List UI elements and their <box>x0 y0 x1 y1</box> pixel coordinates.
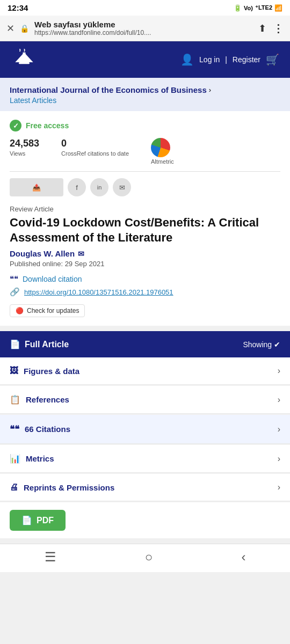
svg-rect-2 <box>23 53 26 62</box>
bottom-home-button[interactable]: ○ <box>145 550 153 565</box>
svg-rect-0 <box>19 62 30 64</box>
metrics-label: 📊 Metrics <box>10 453 54 464</box>
doi-icon: 🔗 <box>10 287 20 297</box>
page-loading-title: Web sayfası yükleme <box>34 20 253 29</box>
download-citation-link[interactable]: ❝❝ Download citation <box>10 274 280 284</box>
pdf-button[interactable]: 📄 PDF <box>10 510 66 531</box>
full-article-header[interactable]: 📄 Full Article Showing ✔ <box>0 331 290 357</box>
bottom-nav: ☰ ○ ‹ <box>0 544 290 572</box>
address-bar[interactable]: Web sayfası yükleme https://www.tandfonl… <box>34 20 253 36</box>
full-article-label: 📄 Full Article <box>10 339 69 349</box>
pdf-section: 📄 PDF <box>0 502 290 538</box>
citations-chevron: › <box>278 425 280 434</box>
citations-label: CrossRef citations to date <box>61 150 129 157</box>
journal-band: International Journal of the Economics o… <box>0 78 290 111</box>
article-type: Review Article <box>10 205 280 213</box>
free-access-check-icon: ✓ <box>10 120 21 131</box>
browser-bar: ✕ 🔒 Web sayfası yükleme https://www.tand… <box>0 16 290 41</box>
views-metric: 24,583 Views <box>10 138 50 157</box>
register-link[interactable]: Register <box>233 55 260 64</box>
doi-link-row[interactable]: 🔗 https://doi.org/10.1080/13571516.2021.… <box>10 287 280 297</box>
full-article-showing: Showing ✔ <box>243 340 280 349</box>
reprints-icon: 🖨 <box>10 482 18 492</box>
status-bar: 12:34 🔋 Vo) ⁺LTE2 📶 <box>0 0 290 16</box>
free-access-label: Free access <box>26 121 69 130</box>
site-header-actions: 👤 Log in | Register 🛒 <box>180 53 279 66</box>
author-name: Douglas W. Allen <box>10 249 75 258</box>
bottom-menu-button[interactable]: ☰ <box>45 550 56 565</box>
citations-text: 66 Citations <box>25 425 70 434</box>
vol-icon: Vo) <box>244 5 253 11</box>
share-button-4[interactable]: ✉ <box>113 178 131 196</box>
bottom-back-button[interactable]: ‹ <box>241 550 245 565</box>
figures-chevron: › <box>278 366 280 376</box>
figures-icon: 🖼 <box>10 366 18 376</box>
journal-name[interactable]: International Journal of the Economics o… <box>10 85 207 94</box>
figures-data-label: 🖼 Figures & data <box>10 366 79 376</box>
status-time: 12:34 <box>8 3 28 12</box>
check-updates-button[interactable]: 🔴 Check for updates <box>10 304 85 317</box>
citations-icon: ❝❝ <box>10 423 19 435</box>
site-logo <box>11 49 38 70</box>
figures-data-section[interactable]: 🖼 Figures & data › <box>0 357 290 385</box>
share-button-1[interactable]: 📤 <box>10 178 63 196</box>
altmetric-donut-chart <box>151 138 170 157</box>
download-citation-label[interactable]: Download citation <box>23 275 82 283</box>
share-buttons-row: 📤 f in ✉ <box>10 178 280 196</box>
metrics-section[interactable]: 📊 Metrics › <box>0 445 290 473</box>
login-link[interactable]: Log in <box>199 55 220 64</box>
article-published-date: Published online: 29 Sep 2021 <box>10 260 280 268</box>
citations-section[interactable]: ❝❝ 66 Citations › <box>0 415 290 444</box>
figures-data-text: Figures & data <box>24 367 79 376</box>
views-value: 24,583 <box>10 138 39 149</box>
article-author: Douglas W. Allen ✉ <box>10 249 280 258</box>
references-chevron: › <box>278 395 280 405</box>
citations-value: 0 <box>61 138 129 149</box>
share-button-3[interactable]: in <box>90 178 108 196</box>
check-updates-label: Check for updates <box>27 307 79 314</box>
metrics-row: 24,583 Views 0 CrossRef citations to dat… <box>10 138 280 172</box>
reprints-text: Reprints & Permissions <box>24 483 114 492</box>
pdf-icon: 📄 <box>21 515 32 525</box>
citations-metric: 0 CrossRef citations to date <box>61 138 140 157</box>
url-display: https://www.tandfonline.com/doi/full/10.… <box>34 29 253 36</box>
sections-container: 📄 Full Article Showing ✔ 🖼 Figures & dat… <box>0 331 290 538</box>
references-text: References <box>26 395 69 404</box>
references-label: 📋 References <box>10 394 69 405</box>
journal-arrow: › <box>209 86 211 94</box>
reprints-section[interactable]: 🖨 Reprints & Permissions › <box>0 474 290 501</box>
cart-icon[interactable]: 🛒 <box>266 53 279 66</box>
views-label: Views <box>10 150 39 157</box>
citation-icon: ❝❝ <box>10 274 18 284</box>
article-links: ❝❝ Download citation 🔗 https://doi.org/1… <box>10 274 280 297</box>
full-article-icon: 📄 <box>10 339 20 349</box>
author-email-icon[interactable]: ✉ <box>78 250 84 258</box>
journal-sub-label[interactable]: Latest Articles <box>10 96 280 105</box>
browser-actions: ⬆ ⋮ <box>258 22 284 35</box>
references-section[interactable]: 📋 References › <box>0 386 290 414</box>
share-button[interactable]: ⬆ <box>258 23 266 34</box>
updates-icon: 🔴 <box>16 307 24 314</box>
menu-button[interactable]: ⋮ <box>273 22 284 35</box>
altmetric-label: Altmetric <box>151 158 174 165</box>
full-article-text: Full Article <box>25 340 69 349</box>
share-button-2[interactable]: f <box>68 178 86 196</box>
pdf-label: PDF <box>37 516 54 525</box>
references-icon: 📋 <box>10 394 20 405</box>
reprints-label: 🖨 Reprints & Permissions <box>10 482 114 492</box>
header-divider: | <box>225 55 227 64</box>
article-title: Covid-19 Lockdown Cost/Benefits: A Criti… <box>10 215 280 245</box>
status-icons: 🔋 Vo) ⁺LTE2 📶 <box>234 4 282 12</box>
citations-label-row: ❝❝ 66 Citations <box>10 423 70 435</box>
altmetric-block: Altmetric <box>151 138 174 165</box>
doi-url[interactable]: https://doi.org/10.1080/13571516.2021.19… <box>24 288 173 296</box>
close-tab-button[interactable]: ✕ <box>6 23 15 34</box>
site-header: 👤 Log in | Register 🛒 <box>0 41 290 78</box>
metrics-text: Metrics <box>26 454 54 463</box>
article-section: ✓ Free access 24,583 Views 0 CrossRef ci… <box>0 111 290 326</box>
metrics-chevron: › <box>278 454 280 464</box>
wifi-icon: 📶 <box>274 4 282 12</box>
reprints-chevron: › <box>278 482 280 492</box>
free-access-row: ✓ Free access <box>10 120 280 131</box>
user-icon: 👤 <box>180 53 194 66</box>
